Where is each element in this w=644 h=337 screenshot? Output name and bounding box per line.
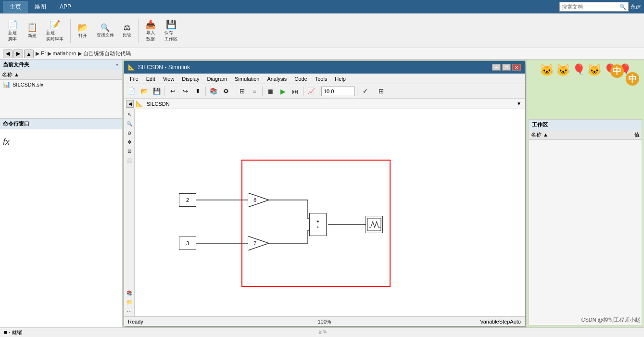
sim-scope-btn[interactable]: 📈 xyxy=(305,86,317,97)
sim-blocks-btn[interactable]: ⊞ xyxy=(236,86,248,97)
new-button[interactable]: 📋新建 xyxy=(24,21,40,40)
sim-up-btn[interactable]: ⬆ xyxy=(192,86,203,97)
sim-undo-btn[interactable]: ↩ xyxy=(167,86,178,97)
sim-left-explorer[interactable]: 📁 xyxy=(125,298,134,306)
workspace-header: 工作区 xyxy=(529,120,642,130)
block-sum[interactable]: + + xyxy=(309,213,327,236)
sim-params-btn[interactable]: ≡ xyxy=(249,86,260,97)
compare-button[interactable]: ⚖比较 xyxy=(120,22,134,40)
menu-display[interactable]: Display xyxy=(178,75,203,83)
simulink-file-icon: 📊 xyxy=(3,81,11,88)
nav-back-button[interactable]: ◀ xyxy=(3,50,13,58)
menu-simulation[interactable]: Simulation xyxy=(231,75,263,83)
watermark: CSDN @控制工程师小赵 xyxy=(581,316,640,324)
address-path: ▶ E: ▶ matlabpro ▶ 自己练练自动化代码 xyxy=(36,50,131,57)
sim-step-btn[interactable]: ⏭ xyxy=(290,86,301,97)
sim-status-zoom: 100% xyxy=(310,319,339,325)
sim-library-btn[interactable]: 📚 xyxy=(208,86,219,97)
menu-file[interactable]: File xyxy=(126,75,142,83)
close-button[interactable]: ✕ xyxy=(512,64,521,71)
import-data-button[interactable]: 📥导入数据 xyxy=(142,18,159,44)
sim-left-zoom-in[interactable]: 🔍 xyxy=(125,119,134,128)
tab-home[interactable]: 主页 xyxy=(3,1,28,13)
current-folder-header: 当前文件夹 ▼ xyxy=(0,60,122,70)
svg-text:7: 7 xyxy=(253,240,256,246)
menu-diagram[interactable]: Diagram xyxy=(203,75,231,83)
breadcrumb-dropdown[interactable]: ▼ xyxy=(515,100,523,108)
sim-left-expand[interactable]: ⋯ xyxy=(125,307,134,315)
block-gain-8[interactable]: 8 xyxy=(248,193,269,207)
simulink-canvas[interactable]: 2 3 8 xyxy=(135,109,525,316)
command-window-header: 命令行窗口 xyxy=(0,118,122,129)
command-prompt[interactable]: fx xyxy=(3,137,119,147)
sim-left-library[interactable]: 📚 xyxy=(125,288,134,297)
sim-open-btn[interactable]: 📂 xyxy=(139,86,150,97)
block-gain-7[interactable]: 7 xyxy=(248,236,269,250)
simulink-window-icon: 📐 xyxy=(128,64,135,71)
search-input[interactable] xyxy=(562,4,619,10)
svg-text:8: 8 xyxy=(253,197,256,203)
sim-status-solver: VariableStepAuto xyxy=(339,319,521,325)
save-workspace-button[interactable]: 💾保存工作区 xyxy=(162,18,180,44)
file-item-silcsdn[interactable]: 📊 SILCSDN.slx xyxy=(0,80,122,89)
nav-forward-button[interactable]: ▶ xyxy=(13,50,23,58)
username-label: 永建 xyxy=(631,3,641,11)
sim-left-fit[interactable]: ⊡ xyxy=(125,147,134,155)
sim-grid-btn[interactable]: ⊞ xyxy=(375,86,387,97)
workspace-col-name: 名称 ▲ xyxy=(531,131,634,138)
menu-analysis[interactable]: Analysis xyxy=(263,75,290,83)
sim-check-btn[interactable]: ✓ xyxy=(359,86,371,97)
sim-left-pan[interactable]: ✥ xyxy=(125,137,134,146)
search-icon: 🔍 xyxy=(619,4,626,10)
chinese-overlay: 中 中 xyxy=(610,64,639,86)
sim-redo-btn[interactable]: ↪ xyxy=(179,86,191,97)
folder-col-header: 名称 ▲ xyxy=(0,70,122,80)
maximize-button[interactable]: □ xyxy=(502,64,511,71)
menu-code[interactable]: Code xyxy=(290,75,311,83)
sim-settings-btn[interactable]: ⚙ xyxy=(220,86,232,97)
simulink-window-title: SILCSDN - Simulink xyxy=(138,64,492,71)
find-file-button[interactable]: 🔍查找文件 xyxy=(94,22,117,40)
sim-run-btn[interactable]: ▶ xyxy=(277,86,289,97)
simulation-time-input[interactable] xyxy=(321,87,355,96)
menu-view[interactable]: View xyxy=(159,75,178,83)
breadcrumb-item[interactable]: SILCSDN xyxy=(145,100,172,108)
svg-marker-11 xyxy=(248,236,269,250)
tab-plot[interactable]: 绘图 xyxy=(28,1,53,13)
workspace-col-value: 值 xyxy=(634,131,640,138)
new-script-button[interactable]: 📄新建脚本 xyxy=(4,18,21,44)
sim-left-nav[interactable]: ◀ xyxy=(126,100,134,108)
sim-stop-btn[interactable]: ⏹ xyxy=(265,86,276,97)
block-constant-2[interactable]: 2 xyxy=(179,193,196,207)
sim-left-zoom-out[interactable]: ⊖ xyxy=(125,128,134,137)
new-live-script-button[interactable]: 📝新建实时脚本 xyxy=(43,18,66,44)
sim-save-btn[interactable]: 💾 xyxy=(151,86,163,97)
open-button[interactable]: 📂打开 xyxy=(75,21,91,40)
sim-new-btn[interactable]: 📄 xyxy=(126,86,138,97)
sim-left-select[interactable]: ⬜ xyxy=(125,156,134,164)
svg-rect-13 xyxy=(367,218,381,231)
connection-lines xyxy=(135,109,525,316)
minimize-button[interactable]: ─ xyxy=(492,64,501,71)
menu-tools[interactable]: Tools xyxy=(311,75,331,83)
sim-status-ready: Ready xyxy=(128,319,310,325)
svg-marker-9 xyxy=(248,193,269,207)
simulink-icon-small: 📐 xyxy=(136,100,143,107)
nav-up-button[interactable]: ▲ xyxy=(24,50,34,58)
menu-edit[interactable]: Edit xyxy=(142,75,159,83)
block-scope[interactable] xyxy=(366,216,383,233)
prompt-symbol: fx xyxy=(3,137,10,147)
tab-app[interactable]: APP xyxy=(53,1,78,12)
sim-left-arrow-tool[interactable]: ↖ xyxy=(125,110,134,119)
menu-help[interactable]: Help xyxy=(331,75,350,83)
block-constant-3[interactable]: 3 xyxy=(179,237,196,250)
